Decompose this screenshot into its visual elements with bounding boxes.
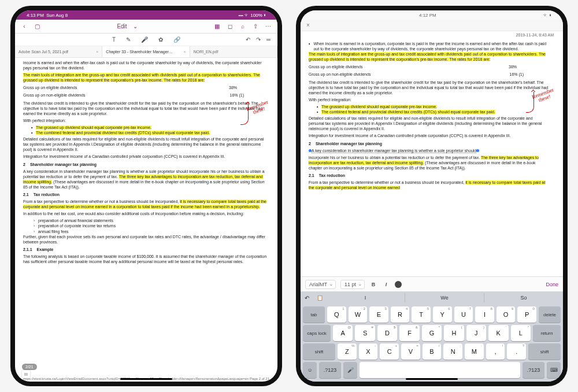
tab-0[interactable]: Adobe Scan Jul 5, 2021.pdf×: [15, 46, 102, 57]
back-icon[interactable]: ‹: [21, 23, 28, 30]
prediction[interactable]: So: [484, 293, 563, 302]
home-indicator[interactable]: [120, 378, 172, 380]
status-bar: 4:12 PMᯤ ▮: [301, 10, 563, 20]
share-icon[interactable]: ⇧: [252, 23, 259, 30]
close-icon[interactable]: ×: [184, 50, 186, 54]
key-space[interactable]: [360, 362, 520, 378]
done-button[interactable]: Done: [546, 282, 558, 287]
document-body[interactable]: •When income is earned in a corporation,…: [301, 39, 563, 276]
keyboard: ↶ 📋 I We So tab Q1 W2 E3 R4 T5 Y6 U7 I8: [301, 291, 563, 382]
key-mic[interactable]: 🎤: [343, 362, 357, 378]
prediction[interactable]: We: [405, 293, 484, 302]
undo-icon[interactable]: ↶: [246, 36, 250, 43]
status-bar: 4:13 PM Sun Aug 8 ••• ᯤ 100% ▮: [15, 10, 277, 20]
panel-icon[interactable]: ▢: [34, 23, 40, 30]
grid-icon[interactable]: ▦: [214, 23, 221, 30]
more-icon[interactable]: ⋯: [265, 23, 272, 30]
key-numeric[interactable]: .?123: [523, 362, 544, 378]
undo-icon[interactable]: ↶: [301, 295, 313, 301]
bold-button[interactable]: B: [369, 282, 377, 287]
size-dropdown[interactable]: 11 pt: [340, 280, 365, 289]
prediction[interactable]: I: [326, 293, 405, 302]
tab-1[interactable]: Chapter 33 - Shareholder Manager…×: [102, 46, 190, 57]
clipboard-icon[interactable]: 📋: [313, 295, 326, 301]
chevron-down-icon[interactable]: ⌄: [133, 23, 138, 29]
close-toolbar-icon[interactable]: ═: [266, 36, 271, 43]
selected-text[interactable]: A key consideration in shareholder manag…: [309, 148, 549, 153]
stamp-tool-icon[interactable]: ✿: [158, 36, 163, 43]
tab-strip: Adobe Scan Jul 5, 2021.pdf× Chapter 33 -…: [15, 46, 277, 58]
search-icon[interactable]: ⌕: [239, 23, 246, 30]
close-icon[interactable]: ×: [306, 22, 310, 28]
key-tab[interactable]: tab: [303, 306, 325, 323]
italic-button[interactable]: I: [382, 282, 390, 287]
text-tool-icon[interactable]: T: [112, 36, 116, 43]
edit-toolbar: T ✎ 🎤 ✿ 🔗 ↶ ↷ ═: [15, 34, 277, 46]
document-body[interactable]: income is earned and when the after-tax …: [15, 58, 277, 376]
key-hide-keyboard[interactable]: ⌨: [547, 362, 561, 378]
timestamp: 2019-11-24, 8:43 AM: [301, 31, 563, 39]
key-delete[interactable]: delete: [539, 306, 561, 323]
key-emoji[interactable]: ☺: [303, 362, 317, 378]
link-tool-icon[interactable]: 🔗: [173, 36, 180, 43]
left-ipad: 4:13 PM Sun Aug 8 ••• ᯤ 100% ▮ ‹ ▢ Edit …: [10, 6, 282, 386]
page-indicator[interactable]: 2/21: [22, 364, 37, 370]
key-shift[interactable]: shift: [528, 343, 561, 360]
edit-label[interactable]: Edit: [117, 23, 127, 29]
highlighted-text: The main tools of integration are the gr…: [23, 73, 260, 82]
close-icon[interactable]: ×: [96, 50, 98, 54]
key-return[interactable]: return: [533, 325, 561, 341]
main-toolbar: ‹ ▢ Edit ⌄ ▦ ◻ ⌕ ⇧ ⋯: [15, 20, 277, 34]
tab-2[interactable]: NORI_EN.pdf: [190, 46, 277, 57]
key-shift[interactable]: shift: [303, 343, 335, 360]
right-ipad: 4:12 PMᯤ ▮ × 2019-11-24, 8:43 AM •When i…: [296, 6, 568, 386]
home-indicator[interactable]: [406, 378, 458, 380]
key-numeric[interactable]: .?123: [319, 362, 341, 378]
key-capslock[interactable]: caps lock: [303, 325, 331, 341]
bookmark-icon[interactable]: ◻: [227, 23, 234, 30]
signature-tool-icon[interactable]: ✎: [126, 36, 131, 43]
nav-button[interactable]: III: [22, 370, 30, 378]
font-dropdown[interactable]: ArialMT: [305, 280, 336, 289]
text-format-bar: ArialMT 11 pt B I Done: [301, 276, 563, 291]
paragraph: income is earned and when the after-tax …: [23, 60, 269, 71]
color-swatch[interactable]: [395, 281, 402, 288]
window-bar: ×: [301, 20, 563, 31]
mic-tool-icon[interactable]: 🎤: [141, 36, 148, 43]
redo-icon[interactable]: ↷: [256, 36, 261, 43]
